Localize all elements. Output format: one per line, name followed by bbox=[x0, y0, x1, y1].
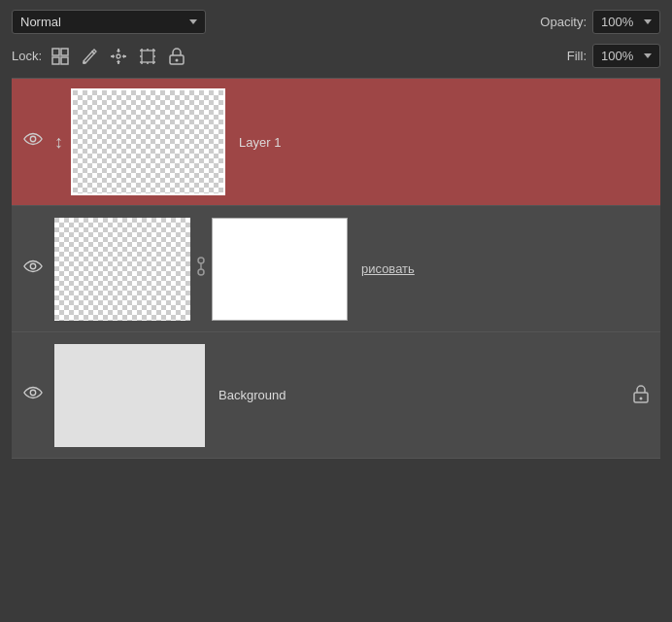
fill-chevron-icon bbox=[644, 53, 652, 58]
lock-label: Lock: bbox=[12, 49, 42, 63]
layer-item[interactable]: Background bbox=[12, 332, 660, 459]
layers-panel: Normal Opacity: 100% Lock: bbox=[0, 0, 672, 459]
svg-marker-13 bbox=[123, 54, 126, 58]
blend-mode-dropdown[interactable]: Normal bbox=[12, 10, 206, 34]
layer-thumbnail bbox=[54, 344, 205, 447]
svg-rect-2 bbox=[52, 57, 59, 64]
fill-group: Fill: 100% bbox=[567, 44, 660, 68]
layer-content-indicator-icon: ↕ bbox=[54, 132, 63, 153]
opacity-chevron-icon bbox=[644, 19, 652, 24]
layer-thumbnail-pixels bbox=[54, 218, 190, 321]
opacity-label: Opacity: bbox=[540, 15, 587, 29]
svg-rect-0 bbox=[52, 49, 59, 55]
lock-transparency-icon[interactable] bbox=[50, 46, 71, 67]
svg-point-5 bbox=[117, 54, 120, 58]
fill-dropdown[interactable]: 100% bbox=[592, 44, 660, 68]
opacity-dropdown[interactable]: 100% bbox=[592, 10, 660, 34]
layer-link-icon[interactable] bbox=[194, 257, 208, 281]
layer-item[interactable]: рисовать bbox=[12, 206, 660, 332]
layer-thumbnail bbox=[71, 88, 225, 195]
svg-marker-10 bbox=[117, 49, 120, 52]
layer-visibility-toggle[interactable] bbox=[23, 132, 43, 152]
svg-marker-11 bbox=[117, 61, 120, 64]
lock-image-pixels-icon[interactable] bbox=[79, 46, 100, 67]
svg-point-36 bbox=[640, 397, 643, 400]
blend-mode-value: Normal bbox=[20, 15, 61, 29]
lock-artboard-icon[interactable] bbox=[137, 46, 158, 67]
lock-all-icon[interactable] bbox=[166, 46, 187, 67]
svg-marker-12 bbox=[111, 54, 114, 58]
layers-list: ↕ Layer 1 bbox=[12, 78, 660, 459]
fill-value: 100% bbox=[601, 49, 633, 63]
top-controls-row: Normal Opacity: 100% bbox=[12, 10, 660, 34]
svg-rect-1 bbox=[61, 49, 68, 55]
layer-lock-icon bbox=[633, 384, 649, 406]
svg-point-4 bbox=[83, 61, 85, 64]
svg-point-32 bbox=[198, 269, 204, 275]
svg-rect-14 bbox=[142, 51, 153, 62]
layer-name: Background bbox=[218, 388, 633, 402]
svg-point-31 bbox=[198, 258, 204, 263]
svg-point-34 bbox=[30, 390, 35, 395]
layer-mask-thumbnail bbox=[212, 218, 348, 321]
lock-position-icon[interactable] bbox=[108, 46, 129, 67]
layer-visibility-toggle[interactable] bbox=[23, 386, 43, 405]
layer-name: рисовать bbox=[361, 261, 649, 276]
svg-rect-3 bbox=[61, 57, 68, 64]
svg-point-29 bbox=[30, 136, 35, 141]
opacity-value: 100% bbox=[601, 15, 633, 29]
svg-point-30 bbox=[30, 263, 35, 268]
fill-label: Fill: bbox=[567, 49, 587, 63]
layer-item[interactable]: ↕ Layer 1 bbox=[12, 79, 660, 206]
svg-point-28 bbox=[176, 58, 179, 61]
opacity-group: Opacity: 100% bbox=[540, 10, 660, 34]
lock-row: Lock: bbox=[12, 44, 660, 68]
layer-name: Layer 1 bbox=[239, 135, 649, 150]
blend-mode-chevron-icon bbox=[189, 19, 197, 24]
layer-visibility-toggle[interactable] bbox=[23, 259, 43, 279]
